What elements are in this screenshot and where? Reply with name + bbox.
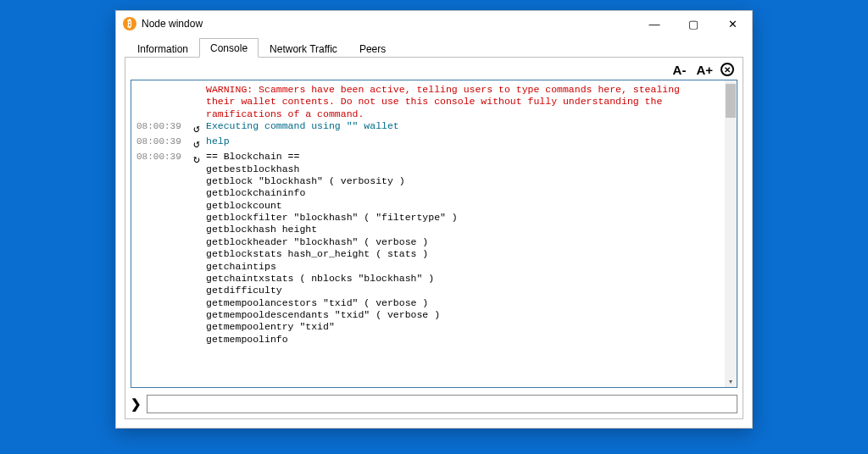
line-timestamp xyxy=(136,84,187,120)
line-text: == Blockchain == getbestblockhash getblo… xyxy=(206,151,725,346)
close-button[interactable]: ✕ xyxy=(713,11,752,36)
console-panel: A- A+ ✕ WARNING: Scammers have been acti… xyxy=(125,57,743,419)
maximize-button[interactable]: ▢ xyxy=(674,11,713,36)
caption-buttons: — ▢ ✕ xyxy=(635,11,752,36)
refresh-icon: ↺ xyxy=(187,120,206,136)
line-text: WARNING: Scammers have been active, tell… xyxy=(206,84,725,120)
refresh-icon: ↺ xyxy=(187,136,206,151)
tabstrip: Information Console Network Traffic Peer… xyxy=(125,36,743,57)
tab-network-traffic[interactable]: Network Traffic xyxy=(259,39,348,58)
console-scroll[interactable]: WARNING: Scammers have been active, tell… xyxy=(131,80,737,387)
window-title: Node window xyxy=(142,18,203,30)
prompt-icon: ❯ xyxy=(131,396,142,412)
app-icon: ₿ xyxy=(123,17,136,30)
console-line-warning: WARNING: Scammers have been active, tell… xyxy=(136,84,725,120)
minimize-button[interactable]: — xyxy=(635,11,674,36)
line-timestamp: 08:00:39 xyxy=(136,151,187,346)
titlebar: ₿ Node window — ▢ ✕ xyxy=(116,11,752,36)
scrollbar[interactable]: ▴ ▾ xyxy=(725,80,737,387)
font-decrease-button[interactable]: A- xyxy=(670,64,689,76)
line-timestamp: 08:00:39 xyxy=(136,120,187,136)
line-text: help xyxy=(206,136,725,151)
node-window: ₿ Node window — ▢ ✕ Information Console … xyxy=(115,10,753,429)
line-text: Executing command using "" wallet xyxy=(206,120,725,136)
console-output: WARNING: Scammers have been active, tell… xyxy=(131,80,737,388)
clear-console-button[interactable]: ✕ xyxy=(721,63,734,76)
line-timestamp: 08:00:39 xyxy=(136,136,187,151)
console-line: 08:00:39 ↺ Executing command using "" wa… xyxy=(136,120,725,136)
console-line: 08:00:39 ↺ help xyxy=(136,136,725,151)
scroll-down-icon[interactable]: ▾ xyxy=(725,375,737,387)
command-input[interactable] xyxy=(147,395,737,413)
command-bar: ❯ xyxy=(131,395,737,413)
tab-console[interactable]: Console xyxy=(199,38,259,58)
refresh-icon: ↻ xyxy=(187,151,206,346)
tab-information[interactable]: Information xyxy=(126,39,199,58)
tab-peers[interactable]: Peers xyxy=(348,39,397,58)
scroll-thumb[interactable] xyxy=(726,84,736,118)
console-line: 08:00:39 ↻ == Blockchain == getbestblock… xyxy=(136,151,725,346)
client-area: Information Console Network Traffic Peer… xyxy=(116,36,752,428)
font-increase-button[interactable]: A+ xyxy=(693,64,715,76)
line-icon xyxy=(187,84,206,120)
console-toolbar: A- A+ ✕ xyxy=(131,63,737,80)
